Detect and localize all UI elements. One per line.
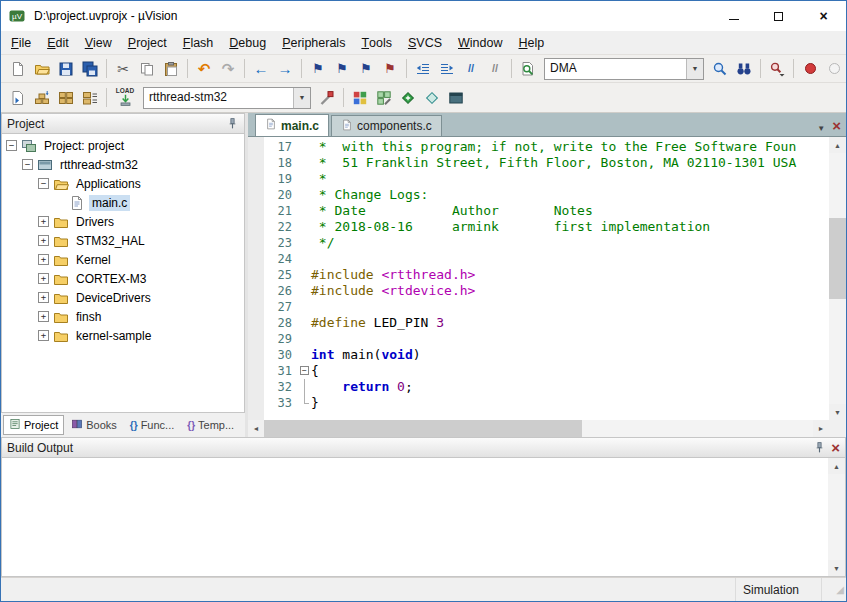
target-combo[interactable]: rtthread-stm32▼ — [143, 87, 311, 109]
tab-components-c[interactable]: components.c — [331, 115, 442, 136]
vertical-scroll-thumb[interactable] — [829, 218, 846, 298]
editor-close-icon[interactable]: × — [832, 117, 841, 135]
horizontal-scroll-thumb[interactable] — [264, 420, 582, 437]
scroll-right-arrow[interactable]: ► — [813, 420, 829, 437]
save-all-icon[interactable] — [78, 57, 102, 81]
menu-help[interactable]: Help — [511, 31, 553, 54]
cut-icon[interactable]: ✂ — [111, 57, 135, 81]
build-output-close-icon[interactable]: × — [831, 440, 840, 455]
tree-item-main-c[interactable]: main.c — [2, 193, 244, 212]
load-icon[interactable]: LOAD — [111, 86, 139, 110]
tree-item-kernel-sample[interactable]: +kernel-sample — [2, 326, 244, 345]
search-combo[interactable]: DMA▼ — [544, 58, 704, 80]
tree-item-devicedrivers[interactable]: +DeviceDrivers — [2, 288, 244, 307]
expand-icon[interactable]: + — [38, 292, 49, 303]
comment-icon[interactable]: // — [459, 57, 483, 81]
scroll-down-arrow[interactable]: ▼ — [829, 404, 846, 420]
menu-peripherals[interactable]: Peripherals — [274, 31, 353, 54]
manage-rte-icon[interactable] — [396, 86, 420, 110]
chevron-down-icon[interactable]: ▼ — [817, 117, 825, 135]
panel-tab-func[interactable]: {}Func... — [124, 415, 180, 435]
copy-icon[interactable] — [135, 57, 159, 81]
fold-margin[interactable]: − — [298, 363, 311, 379]
editor-vertical-scrollbar[interactable]: ▲ ▼ — [829, 137, 846, 420]
tab-main-c[interactable]: main.c — [255, 114, 329, 136]
manage-items-icon[interactable] — [348, 86, 372, 110]
file-extensions-icon[interactable] — [372, 86, 396, 110]
options-target-icon[interactable] — [315, 86, 339, 110]
menu-edit[interactable]: Edit — [39, 31, 77, 54]
breakpoint-icon[interactable] — [798, 57, 822, 81]
close-button[interactable]: × — [801, 1, 846, 31]
horizontal-scroll-track[interactable] — [264, 420, 813, 437]
bookmark-clear-icon[interactable]: ⚑ — [378, 57, 402, 81]
find-in-files-icon[interactable] — [516, 57, 540, 81]
find-dropdown-icon[interactable] — [765, 57, 789, 81]
build-icon[interactable] — [30, 86, 54, 110]
translate-icon[interactable] — [6, 86, 30, 110]
menu-flash[interactable]: Flash — [175, 31, 222, 54]
tree-item-drivers[interactable]: +Drivers — [2, 212, 244, 231]
nav-forward-icon[interactable]: → — [273, 57, 297, 81]
rebuild-icon[interactable] — [54, 86, 78, 110]
find-next-icon[interactable] — [708, 57, 732, 81]
menu-project[interactable]: Project — [120, 31, 175, 54]
collapse-icon[interactable]: − — [22, 159, 33, 170]
build-output-scroll-track[interactable] — [828, 474, 845, 560]
search-combo-dropdown-button[interactable]: ▼ — [686, 59, 703, 79]
undo-icon[interactable]: ↶ — [192, 57, 216, 81]
panel-tab-books[interactable]: Books — [65, 415, 123, 435]
expand-icon[interactable]: + — [38, 273, 49, 284]
collapse-icon[interactable]: − — [38, 178, 49, 189]
minimize-button[interactable] — [711, 1, 756, 31]
debug-windows-icon[interactable] — [444, 86, 468, 110]
pin-icon[interactable] — [226, 117, 239, 130]
paste-icon[interactable] — [159, 57, 183, 81]
collapse-icon[interactable]: − — [6, 140, 17, 151]
open-file-icon[interactable] — [30, 57, 54, 81]
expand-icon[interactable]: + — [38, 216, 49, 227]
code-editor[interactable]: 17 * with this program; if not, write to… — [248, 137, 829, 420]
new-file-icon[interactable] — [6, 57, 30, 81]
editor-horizontal-scrollbar[interactable]: ◄ ► — [248, 420, 829, 437]
panel-tab-project[interactable]: Project — [3, 415, 64, 435]
bookmark-prev-icon[interactable]: ⚑ — [330, 57, 354, 81]
build-output-scrollbar[interactable]: ▲ ▼ — [828, 458, 845, 576]
indent-icon[interactable] — [435, 57, 459, 81]
nav-back-icon[interactable]: ← — [249, 57, 273, 81]
expand-icon[interactable]: + — [38, 235, 49, 246]
pin-icon[interactable] — [813, 441, 826, 454]
scroll-down-arrow[interactable]: ▼ — [828, 560, 845, 576]
resize-grip[interactable]: ◢ — [822, 578, 846, 601]
menu-window[interactable]: Window — [450, 31, 510, 54]
scroll-up-arrow[interactable]: ▲ — [829, 137, 846, 153]
pack-installer-icon[interactable] — [420, 86, 444, 110]
menu-tools[interactable]: Tools — [353, 31, 400, 54]
menu-view[interactable]: View — [77, 31, 120, 54]
find-icon[interactable] — [732, 57, 756, 81]
unindent-icon[interactable] — [411, 57, 435, 81]
tree-item-kernel[interactable]: +Kernel — [2, 250, 244, 269]
expand-icon[interactable]: + — [38, 254, 49, 265]
build-output-content[interactable] — [2, 458, 828, 576]
tree-item-applications[interactable]: −Applications — [2, 174, 244, 193]
redo-icon[interactable]: ↷ — [216, 57, 240, 81]
tree-item-cortex-m3[interactable]: +CORTEX-M3 — [2, 269, 244, 288]
menu-file[interactable]: File — [3, 31, 39, 54]
panel-tab-temp[interactable]: {}Temp... — [181, 415, 240, 435]
expand-icon[interactable]: + — [38, 311, 49, 322]
bookmark-icon[interactable]: ⚑ — [306, 57, 330, 81]
save-icon[interactable] — [54, 57, 78, 81]
scroll-left-arrow[interactable]: ◄ — [248, 420, 264, 437]
batch-build-icon[interactable] — [78, 86, 102, 110]
target-combo-dropdown-button[interactable]: ▼ — [293, 88, 310, 108]
tree-item-rtthread-stm32[interactable]: −rtthread-stm32 — [2, 155, 244, 174]
vertical-scroll-track[interactable] — [829, 153, 846, 404]
bookmark-next-icon[interactable]: ⚑ — [354, 57, 378, 81]
uncomment-icon[interactable]: // — [483, 57, 507, 81]
breakpoint-disabled-icon[interactable] — [822, 57, 846, 81]
maximize-button[interactable] — [756, 1, 801, 31]
menu-svcs[interactable]: SVCS — [400, 31, 450, 54]
menu-debug[interactable]: Debug — [221, 31, 274, 54]
scroll-up-arrow[interactable]: ▲ — [828, 458, 845, 474]
